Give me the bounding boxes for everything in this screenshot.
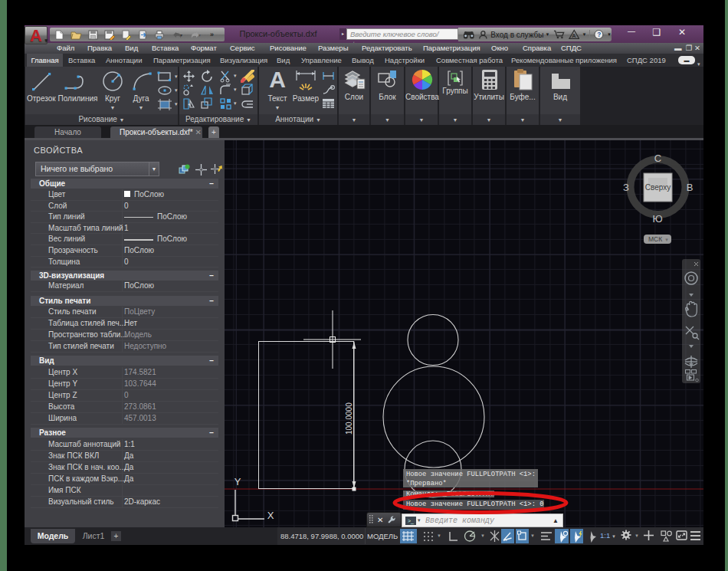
svg-text:?: ? xyxy=(597,31,601,38)
svg-text:A: A xyxy=(572,32,576,39)
svg-text:МСК: МСК xyxy=(648,235,662,243)
svg-text:З: З xyxy=(623,182,629,193)
svg-text:В: В xyxy=(687,182,694,193)
svg-text:Y: Y xyxy=(234,476,241,487)
svg-text:▾: ▾ xyxy=(665,237,668,242)
svg-text:100.0000: 100.0000 xyxy=(345,402,353,435)
svg-text:X: X xyxy=(267,510,274,521)
svg-text:Сверху: Сверху xyxy=(645,183,671,192)
svg-text:Ю: Ю xyxy=(652,213,662,225)
svg-text:С: С xyxy=(654,153,661,164)
